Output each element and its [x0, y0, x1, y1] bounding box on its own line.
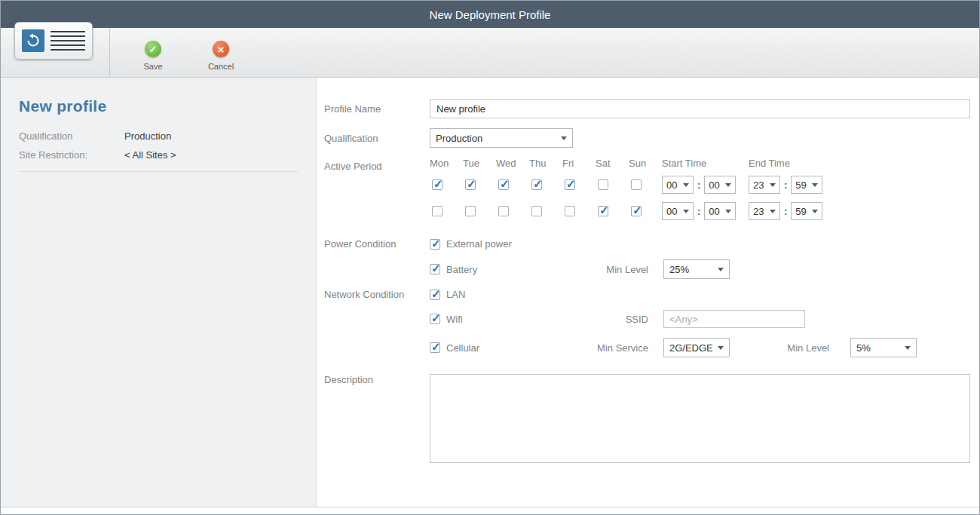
power-condition-label: Power Condition — [324, 238, 430, 250]
period2-start-time: 00 : 00 — [662, 202, 749, 220]
period1-tue-checkbox[interactable] — [465, 179, 476, 190]
active-period-grid: Mon Tue Wed Thu Fri Sat Sun Start Time E… — [430, 158, 835, 228]
battery-min-level-select[interactable]: 25% — [663, 259, 730, 279]
lan-checkbox[interactable] — [430, 290, 440, 300]
chevron-down-icon — [905, 346, 911, 350]
ssid-input[interactable] — [663, 310, 805, 328]
description-label: Description — [324, 374, 430, 385]
external-power-checkbox[interactable] — [430, 239, 440, 250]
period1-end-minute-value: 59 — [795, 179, 806, 191]
period2-end-hour-value: 23 — [753, 206, 764, 217]
qualification-select[interactable]: Production — [430, 128, 573, 148]
period2-fri-checkbox[interactable] — [565, 206, 575, 216]
lan-item: LAN — [430, 289, 580, 300]
period2-thu-checkbox[interactable] — [531, 206, 542, 216]
cancel-button[interactable]: × Cancel — [196, 28, 246, 71]
summary-divider — [19, 171, 298, 172]
period1-start-minute-select[interactable]: 00 — [704, 176, 736, 194]
day-header-tue: Tue — [463, 158, 496, 169]
chevron-down-icon — [718, 268, 724, 271]
battery-checkbox[interactable] — [430, 264, 440, 274]
day-header-wed: Wed — [496, 158, 529, 169]
profile-name-input[interactable] — [430, 99, 970, 118]
period1-end-hour-value: 23 — [753, 179, 764, 191]
network-condition-label: Network Condition — [324, 289, 430, 300]
day-header-fri: Fri — [562, 158, 596, 169]
profile-name-label: Profile Name — [324, 103, 430, 115]
period2-start-hour-select[interactable]: 00 — [662, 202, 694, 220]
chevron-down-icon — [725, 210, 731, 213]
start-time-header: Start Time — [662, 158, 749, 169]
description-textarea[interactable] — [430, 374, 970, 463]
summary-qualification-value: Production — [124, 130, 171, 142]
profile-title: New profile — [19, 97, 298, 115]
qualification-label: Qualification — [324, 133, 430, 144]
cellular-min-level-value: 5% — [856, 342, 871, 354]
period1-fri-checkbox[interactable] — [565, 179, 575, 190]
period2-end-hour-select[interactable]: 23 — [749, 202, 780, 220]
period1-start-minute-value: 00 — [709, 179, 719, 191]
profile-name-row: Profile Name — [324, 99, 970, 118]
chevron-down-icon — [683, 210, 689, 213]
wifi-checkbox[interactable] — [430, 314, 440, 324]
active-period-header: Mon Tue Wed Thu Fri Sat Sun Start Time E… — [430, 158, 835, 169]
period2-sat-checkbox[interactable] — [598, 206, 608, 216]
end-time-header: End Time — [749, 158, 835, 169]
period2-end-time: 23 : 59 — [749, 202, 822, 220]
main-content: New profile Qualification Production Sit… — [1, 78, 979, 507]
period1-end-minute-select[interactable]: 59 — [791, 176, 822, 194]
period2-tue-checkbox[interactable] — [465, 206, 476, 216]
summary-site-value: < All Sites > — [124, 149, 176, 161]
min-service-label: Min Service — [580, 342, 648, 354]
min-service-select[interactable]: 2G/EDGE — [663, 338, 730, 357]
period1-sat-checkbox[interactable] — [598, 179, 608, 190]
active-period-row-weekend: 00 : 00 23 — [430, 202, 835, 220]
chevron-down-icon — [683, 183, 689, 187]
cellular-row: Cellular Min Service 2G/EDGE Min Level 5… — [324, 338, 970, 357]
period1-wed-checkbox[interactable] — [498, 179, 509, 190]
window-title: New Deployment Profile — [430, 8, 551, 21]
day-header-sun: Sun — [629, 158, 662, 169]
wifi-row: Wifi SSID — [324, 310, 970, 328]
ssid-label: SSID — [580, 314, 648, 325]
toolbar-separator — [109, 28, 110, 77]
period1-thu-checkbox[interactable] — [531, 179, 542, 190]
active-period-row-weekdays: 00 : 00 23 — [430, 176, 835, 194]
period1-start-hour-select[interactable]: 00 — [662, 176, 694, 194]
period2-end-minute-select[interactable]: 59 — [791, 202, 822, 220]
time-colon: : — [697, 179, 700, 191]
period2-start-minute-select[interactable]: 00 — [704, 202, 736, 220]
list-lines-icon — [51, 31, 85, 51]
chevron-down-icon — [812, 210, 818, 213]
time-colon: : — [784, 206, 787, 217]
period2-wed-checkbox[interactable] — [498, 206, 509, 216]
battery-item: Battery — [430, 264, 580, 275]
description-row: Description — [324, 374, 970, 463]
period1-mon-checkbox[interactable] — [432, 179, 443, 190]
circular-arrow-icon — [26, 33, 41, 48]
period1-sun-checkbox[interactable] — [631, 179, 642, 190]
chevron-down-icon — [561, 136, 567, 140]
window: New Deployment Profile ✓ Save × Cancel — [0, 0, 980, 515]
battery-min-level-label: Min Level — [580, 264, 648, 275]
active-period-label: Active Period — [324, 158, 430, 172]
day-header-sat: Sat — [596, 158, 629, 169]
cellular-min-level-label: Min Level — [752, 342, 829, 354]
cellular-item: Cellular — [430, 342, 580, 354]
period1-end-hour-select[interactable]: 23 — [749, 176, 780, 194]
save-button[interactable]: ✓ Save — [128, 28, 178, 71]
titlebar: New Deployment Profile — [1, 1, 979, 28]
period2-sun-checkbox[interactable] — [631, 206, 642, 216]
chevron-down-icon — [770, 183, 776, 187]
active-period-row: Active Period Mon Tue Wed Thu Fri Sat Su… — [324, 158, 970, 228]
cellular-min-level-select[interactable]: 5% — [850, 338, 917, 357]
footer-strip — [1, 507, 979, 514]
battery-label: Battery — [446, 264, 477, 275]
lan-label: LAN — [446, 289, 465, 300]
chevron-down-icon — [718, 346, 724, 350]
summary-qualification-label: Qualification — [19, 130, 124, 142]
period2-start-hour-value: 00 — [666, 206, 677, 217]
summary-site-row: Site Restriction: < All Sites > — [19, 149, 298, 161]
cellular-checkbox[interactable] — [430, 342, 440, 353]
period2-mon-checkbox[interactable] — [432, 206, 443, 216]
